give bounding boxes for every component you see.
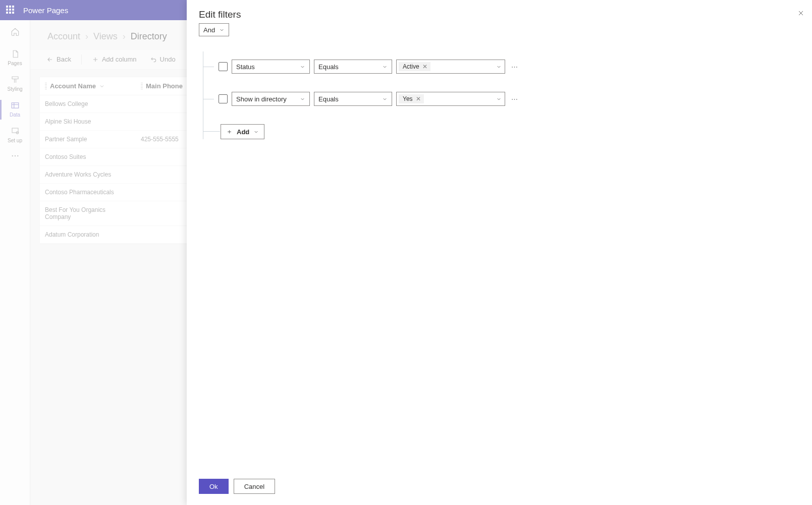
close-icon bbox=[797, 9, 805, 17]
waffle-icon[interactable] bbox=[6, 6, 15, 15]
filter-row-more-icon[interactable]: ⋯ bbox=[509, 63, 521, 71]
add-filter-row: ＋Add bbox=[203, 124, 800, 139]
chevron-down-icon bbox=[300, 96, 305, 102]
logic-operator-label: And bbox=[203, 26, 215, 34]
chevron-down-icon bbox=[382, 64, 388, 70]
filter-value-dropdown[interactable]: Active✕ bbox=[396, 60, 505, 74]
filter-field-label: Show in directory bbox=[236, 95, 287, 103]
cancel-button[interactable]: Cancel bbox=[234, 479, 275, 494]
filter-field-dropdown[interactable]: Show in directory bbox=[232, 92, 310, 106]
remove-tag-icon[interactable]: ✕ bbox=[422, 63, 427, 70]
filter-value-tag: Active✕ bbox=[399, 62, 430, 71]
add-filter-label: Add bbox=[237, 128, 249, 136]
remove-tag-icon[interactable]: ✕ bbox=[416, 95, 421, 102]
edit-filters-panel: Edit filters And StatusEqualsActive✕⋯Sho… bbox=[187, 0, 812, 505]
panel-title: Edit filters bbox=[199, 9, 800, 20]
filter-row-checkbox[interactable] bbox=[219, 62, 228, 71]
filter-row-more-icon[interactable]: ⋯ bbox=[509, 95, 521, 103]
add-filter-button[interactable]: ＋Add bbox=[221, 124, 264, 139]
plus-icon: ＋ bbox=[226, 127, 233, 136]
filter-operator-dropdown[interactable]: Equals bbox=[314, 60, 392, 74]
close-button[interactable] bbox=[797, 9, 805, 17]
chevron-down-icon bbox=[496, 64, 502, 70]
filter-operator-label: Equals bbox=[318, 63, 339, 71]
filter-value-label: Active bbox=[403, 63, 419, 70]
logic-operator-dropdown[interactable]: And bbox=[199, 23, 229, 36]
chevron-down-icon bbox=[382, 96, 388, 102]
chevron-down-icon bbox=[219, 27, 225, 33]
filter-field-dropdown[interactable]: Status bbox=[232, 60, 310, 74]
filter-value-tag: Yes✕ bbox=[399, 94, 424, 103]
chevron-down-icon bbox=[300, 64, 305, 70]
chevron-down-icon bbox=[496, 96, 502, 102]
filter-row: StatusEqualsActive✕⋯ bbox=[203, 60, 800, 74]
app-title: Power Pages bbox=[23, 6, 68, 15]
chevron-down-icon bbox=[253, 129, 259, 135]
filter-operator-label: Equals bbox=[318, 95, 339, 103]
filter-value-label: Yes bbox=[403, 95, 413, 102]
filter-field-label: Status bbox=[236, 63, 255, 71]
filter-row: Show in directoryEqualsYes✕⋯ bbox=[203, 92, 800, 106]
filter-row-checkbox[interactable] bbox=[219, 94, 228, 103]
filter-value-dropdown[interactable]: Yes✕ bbox=[396, 92, 505, 106]
filter-operator-dropdown[interactable]: Equals bbox=[314, 92, 392, 106]
panel-footer: Ok Cancel bbox=[187, 471, 812, 505]
ok-button[interactable]: Ok bbox=[199, 479, 229, 494]
